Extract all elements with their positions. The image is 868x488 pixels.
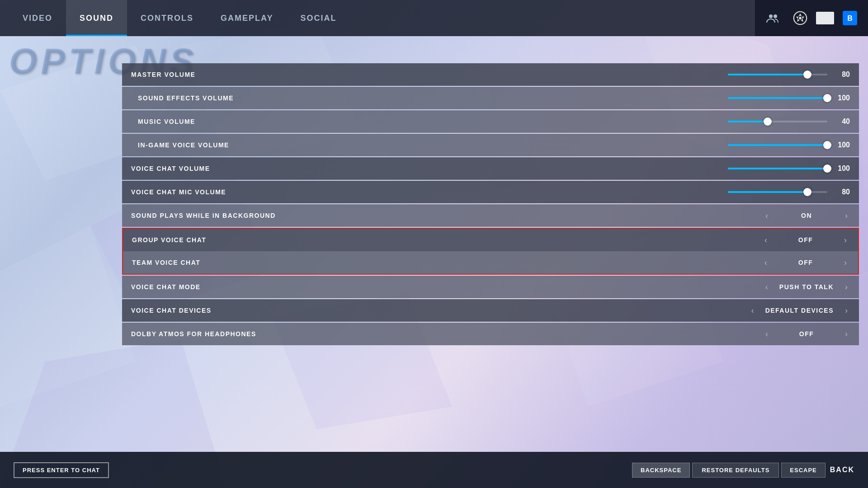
music-volume-control[interactable]: 40 [723, 117, 859, 126]
voice-chat-volume-value: 100 [834, 164, 850, 173]
music-volume-slider[interactable]: 40 [723, 117, 850, 126]
slider-thumb[interactable] [823, 164, 831, 173]
voice-chat-volume-row: VOICE CHAT VOLUME 100 [122, 157, 859, 180]
team-voice-chat-label: TEAM VOICE CHAT [123, 259, 722, 266]
slider-track [728, 74, 827, 75]
slider-fill [728, 121, 768, 122]
slider-fill [728, 168, 827, 169]
right-arrow-btn[interactable]: › [842, 256, 849, 270]
voice-chat-mode-value: PUSH TO TALK [779, 283, 834, 291]
left-arrow-btn[interactable]: ‹ [762, 233, 769, 247]
slider-thumb[interactable] [803, 188, 811, 196]
sound-effects-control[interactable]: 100 [723, 94, 859, 102]
ingame-voice-volume-row: IN-GAME VOICE VOLUME 100 [122, 134, 859, 156]
slider-fill [728, 191, 807, 193]
voice-chat-volume-control[interactable]: 100 [723, 164, 859, 173]
press-enter-label: PRESS ENTER TO CHAT [14, 462, 109, 478]
ingame-voice-control[interactable]: 100 [723, 141, 859, 149]
right-arrow-btn[interactable]: › [843, 304, 850, 318]
voice-chat-volume-slider[interactable]: 100 [723, 164, 850, 173]
white-rect-icon[interactable] [816, 12, 834, 24]
voice-chat-devices-value: DEFAULT DEVICES [765, 307, 834, 314]
voice-chat-mode-control[interactable]: ‹ PUSH TO TALK › [723, 280, 859, 294]
group-voice-chat-control[interactable]: ‹ OFF › [722, 233, 858, 247]
master-volume-slider[interactable]: 80 [723, 70, 850, 79]
slider-track [728, 121, 827, 122]
tab-controls[interactable]: CONTROLS [127, 0, 207, 36]
left-arrow-btn[interactable]: ‹ [749, 304, 756, 318]
slider-thumb[interactable] [803, 70, 811, 79]
sound-plays-background-row: SOUND PLAYS WHILE IN BACKGROUND ‹ ON › [122, 204, 859, 227]
voice-chat-devices-control[interactable]: ‹ DEFAULT DEVICES › [723, 304, 859, 318]
group-icon-btn[interactable] [762, 7, 784, 29]
highlighted-voice-chat-group: GROUP VOICE CHAT ‹ OFF › TEAM VOICE CHAT… [122, 228, 859, 275]
svg-text:B: B [847, 14, 853, 22]
slider-fill [728, 97, 827, 99]
voice-chat-mic-volume-row: VOICE CHAT MIC VOLUME 80 [122, 181, 859, 203]
slider-track [728, 97, 827, 99]
slider-track [728, 144, 827, 146]
arrow-control: ‹ OFF › [762, 256, 849, 270]
voice-chat-mode-row: VOICE CHAT MODE ‹ PUSH TO TALK › [122, 276, 859, 298]
slider-thumb[interactable] [823, 141, 831, 149]
svg-point-14 [799, 17, 802, 19]
settings-panel: MASTER VOLUME 80 SOUND EFFECTS VOLUME [122, 63, 859, 346]
right-arrow-btn[interactable]: › [843, 209, 850, 223]
left-arrow-btn[interactable]: ‹ [763, 209, 770, 223]
sound-plays-background-control[interactable]: ‹ ON › [723, 209, 859, 223]
restore-defaults-button[interactable]: RESTORE DEFAULTS [692, 463, 779, 478]
master-volume-control[interactable]: 80 [723, 70, 859, 79]
right-arrow-btn[interactable]: › [842, 233, 849, 247]
left-arrow-btn[interactable]: ‹ [763, 327, 770, 341]
slider-track [728, 168, 827, 169]
dolby-atmos-row: DOLBY ATMOS FOR HEADPHONES ‹ OFF › [122, 323, 859, 345]
master-volume-row: MASTER VOLUME 80 [122, 63, 859, 86]
svg-point-11 [774, 14, 777, 18]
ingame-voice-slider[interactable]: 100 [723, 141, 850, 149]
voice-chat-mic-slider[interactable]: 80 [723, 188, 850, 196]
top-right-icons: B [755, 0, 868, 36]
sound-plays-value: ON [779, 212, 834, 219]
slider-thumb[interactable] [823, 94, 831, 102]
bottom-right-buttons: BACKSPACE RESTORE DEFAULTS ESCAPE BACK [632, 463, 854, 478]
voice-chat-mic-value: 80 [834, 188, 850, 196]
overwatch-logo-btn[interactable] [789, 7, 811, 29]
escape-button[interactable]: ESCAPE [781, 463, 825, 478]
left-arrow-btn[interactable]: ‹ [762, 256, 769, 270]
right-arrow-btn[interactable]: › [843, 327, 850, 341]
right-arrow-btn[interactable]: › [843, 280, 850, 294]
group-voice-chat-value: OFF [778, 236, 833, 244]
dolby-atmos-control[interactable]: ‹ OFF › [723, 327, 859, 341]
dolby-atmos-label: DOLBY ATMOS FOR HEADPHONES [122, 330, 723, 338]
tab-social[interactable]: SOCIAL [287, 0, 350, 36]
voice-chat-devices-row: VOICE CHAT DEVICES ‹ DEFAULT DEVICES › [122, 299, 859, 322]
music-volume-row: MUSIC VOLUME 40 [122, 110, 859, 133]
dolby-atmos-value: OFF [779, 330, 834, 338]
sound-effects-volume-row: SOUND EFFECTS VOLUME 100 [122, 87, 859, 109]
ingame-voice-value: 100 [834, 141, 850, 149]
bottom-bar: PRESS ENTER TO CHAT BACKSPACE RESTORE DE… [0, 452, 868, 488]
slider-fill [728, 74, 807, 75]
group-voice-chat-label: GROUP VOICE CHAT [123, 236, 722, 244]
team-voice-chat-row: TEAM VOICE CHAT ‹ OFF › [123, 251, 858, 274]
tab-sound[interactable]: SOUND [66, 0, 127, 36]
backspace-button[interactable]: BACKSPACE [632, 463, 690, 478]
team-voice-chat-value: OFF [778, 259, 833, 266]
top-navigation: VIDEO SOUND CONTROLS GAMEPLAY SOCIAL [0, 0, 868, 36]
voice-chat-mode-label: VOICE CHAT MODE [122, 283, 723, 291]
tab-gameplay[interactable]: GAMEPLAY [207, 0, 287, 36]
sound-effects-value: 100 [834, 94, 850, 102]
sound-effects-slider[interactable]: 100 [723, 94, 850, 102]
back-label: BACK [830, 466, 854, 474]
tab-video[interactable]: VIDEO [9, 0, 66, 36]
arrow-control: ‹ OFF › [763, 327, 850, 341]
music-volume-value: 40 [834, 117, 850, 126]
master-volume-label: MASTER VOLUME [122, 71, 723, 78]
blizzard-icon[interactable]: B [839, 7, 861, 29]
voice-chat-mic-volume-label: VOICE CHAT MIC VOLUME [122, 188, 723, 196]
slider-thumb[interactable] [764, 117, 772, 126]
music-volume-label: MUSIC VOLUME [122, 118, 723, 125]
left-arrow-btn[interactable]: ‹ [763, 280, 770, 294]
team-voice-chat-control[interactable]: ‹ OFF › [722, 256, 858, 270]
voice-chat-mic-control[interactable]: 80 [723, 188, 859, 196]
